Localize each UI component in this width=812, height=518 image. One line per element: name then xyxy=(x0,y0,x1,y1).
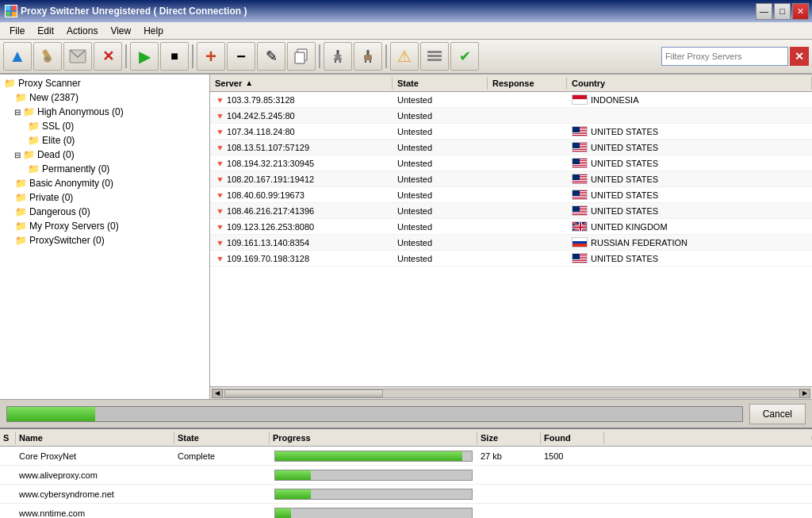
col-server[interactable]: Server ▲ xyxy=(210,77,393,90)
svg-rect-30 xyxy=(573,127,580,132)
sidebar-item-elite[interactable]: 📁 Elite (0) xyxy=(2,133,208,148)
dl-cell-name: www.aliveproxy.com xyxy=(16,469,174,482)
close-button[interactable]: ✕ xyxy=(792,3,809,20)
scroll-left-btn[interactable]: ◀ xyxy=(212,389,223,398)
svg-rect-60 xyxy=(573,198,588,198)
proxy-state-cell: Untested xyxy=(393,221,488,232)
window-title: Proxy Switcher Unregistered ( Direct Con… xyxy=(21,6,247,17)
remove-button[interactable]: − xyxy=(227,42,255,71)
sidebar-item-proxy-scanner[interactable]: 📁 Proxy Scanner xyxy=(2,76,208,90)
dl-col-state: State xyxy=(174,432,270,444)
dl-row[interactable]: www.cybersyndrome.net xyxy=(0,485,812,504)
sidebar-item-proxy-switcher[interactable]: 📁 ProxySwitcher (0) xyxy=(2,233,208,247)
proxy-hscrollbar[interactable]: ◀ ▶ xyxy=(210,386,812,399)
sidebar-item-basic-anonymity[interactable]: 📁 Basic Anonymity (0) xyxy=(2,176,208,190)
sort-asc-icon: ▲ xyxy=(245,79,253,87)
warning-button[interactable]: ⚠ xyxy=(390,42,419,71)
scroll-thumb[interactable] xyxy=(224,389,383,397)
sidebar-item-my-proxy-servers[interactable]: 📁 My Proxy Servers (0) xyxy=(2,219,208,233)
dl-cell-state xyxy=(174,474,270,477)
sidebar-item-dangerous[interactable]: 📁 Dangerous (0) xyxy=(2,205,208,219)
copy-button[interactable] xyxy=(287,42,316,71)
menu-bar: File Edit Actions View Help xyxy=(0,22,812,40)
wrench-button[interactable] xyxy=(33,42,62,71)
folder-icon: 📁 xyxy=(14,220,27,232)
menu-help[interactable]: Help xyxy=(137,24,170,38)
window-controls: — □ ✕ xyxy=(756,3,809,20)
edit-button[interactable]: ✎ xyxy=(257,42,285,71)
proxy-icon: 🔻 xyxy=(215,112,224,121)
sidebar-item-high-anonymous[interactable]: ⊟ 📁 High Anonymous (0) xyxy=(2,105,208,119)
col-response[interactable]: Response xyxy=(488,77,567,90)
proxy-row[interactable]: 🔻 108.46.216.217:41396 Untested UNITED S… xyxy=(210,203,812,219)
plug2-button[interactable] xyxy=(354,42,382,71)
envelope-button[interactable] xyxy=(63,42,92,71)
menu-edit[interactable]: Edit xyxy=(31,24,60,38)
proxy-response-cell xyxy=(488,115,567,117)
dl-row[interactable]: www.aliveproxy.com xyxy=(0,466,812,485)
folder-icon: 📁 xyxy=(22,148,35,161)
proxy-country-cell: RUSSIAN FEDERATION xyxy=(567,236,812,248)
flag-us xyxy=(572,205,588,216)
proxy-row[interactable]: 🔻 103.3.79.85:3128 Untested INDONESIA xyxy=(210,92,812,108)
sidebar-item-dead[interactable]: ⊟ 📁 Dead (0) xyxy=(2,148,208,162)
proxy-server-cell: 🔻 104.242.5.245:80 xyxy=(210,110,393,121)
back-button[interactable]: ▲ xyxy=(3,42,32,71)
proxy-row[interactable]: 🔻 108.20.167.191:19412 Untested UNITED S… xyxy=(210,171,812,187)
minimize-button[interactable]: — xyxy=(756,3,772,20)
col-state[interactable]: State xyxy=(393,77,488,90)
plug-button[interactable] xyxy=(324,42,352,71)
svg-rect-67 xyxy=(573,212,588,213)
stop-button[interactable]: ■ xyxy=(160,42,189,71)
folder-icon: 📁 xyxy=(14,205,27,218)
proxy-response-cell xyxy=(488,242,567,244)
menu-actions[interactable]: Actions xyxy=(60,24,104,38)
proxy-state-cell: Untested xyxy=(393,205,488,217)
maximize-button[interactable]: □ xyxy=(774,3,791,20)
list-button[interactable] xyxy=(420,42,449,71)
proxy-server-cell: 🔻 103.3.79.85:3128 xyxy=(210,94,393,106)
dl-row[interactable]: Core ProxyNet Complete 27 kb 1500 xyxy=(0,447,812,466)
folder-icon: 📁 xyxy=(22,106,35,118)
sidebar-item-new[interactable]: 📁 New (2387) xyxy=(2,90,208,105)
folder-icon: 📁 xyxy=(14,191,27,204)
dl-cell-size xyxy=(477,474,541,477)
cancel-button[interactable]: Cancel xyxy=(749,404,806,424)
filter-input[interactable] xyxy=(661,47,788,66)
check-button[interactable]: ✔ xyxy=(450,42,479,71)
play-button[interactable]: ▶ xyxy=(130,42,159,71)
col-country[interactable]: Country xyxy=(567,77,812,90)
proxy-row[interactable]: 🔻 104.242.5.245:80 Untested xyxy=(210,108,812,124)
svg-rect-22 xyxy=(427,59,442,61)
proxy-row[interactable]: 🔻 109.123.126.253:8080 Untested xyxy=(210,219,812,235)
svg-rect-59 xyxy=(573,196,588,197)
proxy-server-cell: 🔻 108.20.167.191:19412 xyxy=(210,174,393,185)
sidebar-label-new: New (2387) xyxy=(29,92,79,103)
svg-rect-86 xyxy=(573,263,588,263)
filter-clear-button[interactable]: ✕ xyxy=(790,47,809,66)
dl-row[interactable]: www.nntime.com xyxy=(0,504,812,518)
sidebar-item-permanently[interactable]: 📁 Permanently (0) xyxy=(2,162,208,176)
menu-file[interactable]: File xyxy=(3,24,31,38)
proxy-row[interactable]: 🔻 108.40.60.99:19673 Untested UNITED STA… xyxy=(210,187,812,203)
scroll-right-btn[interactable]: ▶ xyxy=(799,389,810,398)
sidebar-item-ssl[interactable]: 📁 SSL (0) xyxy=(2,119,208,133)
dl-cell-s xyxy=(0,455,16,458)
dl-cell-found xyxy=(541,493,604,496)
dl-col-name: Name xyxy=(16,432,174,444)
proxy-response-cell xyxy=(488,99,567,101)
menu-view[interactable]: View xyxy=(104,24,137,38)
proxy-row[interactable]: 🔻 108.13.51.107:57129 Untested UNITED ST… xyxy=(210,140,812,155)
proxy-row[interactable]: 🔻 109.169.70.198:3128 Untested UNITED ST… xyxy=(210,251,812,267)
sidebar-item-private[interactable]: 📁 Private (0) xyxy=(2,190,208,205)
proxy-icon: 🔻 xyxy=(215,207,224,216)
proxy-row[interactable]: 🔻 108.194.32.213:30945 Untested UNITED S… xyxy=(210,155,812,171)
proxy-row[interactable]: 🔻 109.161.13.140:8354 Untested RUSSIAN F… xyxy=(210,235,812,251)
delete-button[interactable]: ✕ xyxy=(94,42,122,71)
sidebar-label-ssl: SSL (0) xyxy=(42,121,74,132)
svg-point-6 xyxy=(46,57,50,61)
proxy-country-cell: UNITED STATES xyxy=(567,125,812,137)
dl-col-size: Size xyxy=(477,432,541,444)
proxy-row[interactable]: 🔻 107.34.118.24:80 Untested xyxy=(210,124,812,140)
add-button[interactable]: + xyxy=(197,42,225,71)
